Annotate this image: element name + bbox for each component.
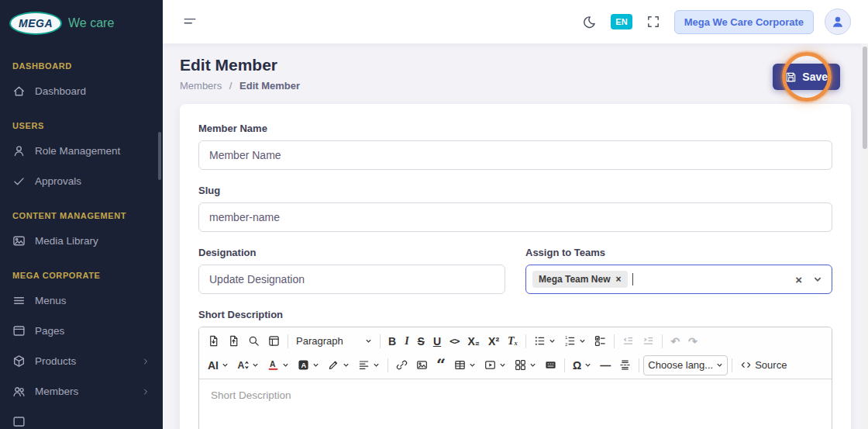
- sidebar-item-approvals[interactable]: Approvals: [0, 166, 163, 196]
- horizontal-line-button[interactable]: —: [596, 355, 615, 375]
- underline-button[interactable]: U: [429, 330, 445, 351]
- sidebar-item-partial[interactable]: [0, 407, 163, 429]
- doc-export-icon: [208, 335, 219, 347]
- language-dropdown[interactable]: Choose lang...: [643, 355, 728, 375]
- slug-field: Slug: [198, 185, 832, 232]
- source-icon: [740, 359, 752, 371]
- home-icon: [12, 85, 26, 98]
- language-badge[interactable]: EN: [611, 14, 632, 29]
- insert-template-button[interactable]: [264, 330, 284, 351]
- undo-button[interactable]: ↶: [666, 330, 684, 351]
- font-bg-icon: A: [298, 359, 309, 371]
- edit-member-form-card: Member Name Slug Designation Assign to T…: [180, 104, 851, 429]
- toolbar-separator: [525, 334, 526, 348]
- font-background-dropdown[interactable]: A: [294, 355, 323, 375]
- superscript-button[interactable]: X²: [484, 330, 503, 351]
- highlight-dropdown[interactable]: [324, 355, 353, 375]
- sidebar-item-media-library[interactable]: Media Library: [0, 226, 163, 256]
- font-color-icon: A: [267, 359, 279, 371]
- designation-input[interactable]: [198, 265, 505, 294]
- sidebar-scrollbar[interactable]: [158, 132, 161, 180]
- html-embed-button[interactable]: [541, 355, 560, 375]
- sidebar-item-label: Media Library: [35, 235, 98, 247]
- svg-text:A: A: [237, 360, 244, 371]
- link-button[interactable]: [392, 355, 412, 375]
- toolbar-separator: [732, 358, 732, 372]
- ai-commands-dropdown[interactable]: AI: [204, 355, 232, 375]
- sidebar-item-members[interactable]: Members: [0, 376, 163, 407]
- sidebar-item-dashboard[interactable]: Dashboard: [0, 76, 163, 106]
- insert-image-button[interactable]: [412, 355, 432, 375]
- logo-text: MEGA: [19, 17, 53, 29]
- numbered-list-dropdown[interactable]: 12: [560, 330, 590, 351]
- todo-list-button[interactable]: [591, 330, 610, 351]
- sidebar-item-label: Pages: [35, 325, 64, 337]
- export-pdf-button[interactable]: [204, 330, 223, 351]
- menu-toggle-button[interactable]: [180, 12, 200, 32]
- sidebar-item-menus[interactable]: Menus: [0, 285, 163, 316]
- member-name-input[interactable]: [198, 140, 832, 170]
- bold-button[interactable]: B: [384, 330, 400, 351]
- bulleted-list-dropdown[interactable]: [530, 330, 560, 351]
- indent-button[interactable]: [639, 330, 658, 351]
- insert-media-dropdown[interactable]: [480, 355, 510, 375]
- chevron-down-icon: [365, 337, 372, 344]
- svg-text:A: A: [270, 360, 276, 368]
- font-size-dropdown[interactable]: A: [233, 355, 263, 375]
- save-button-wrap: Save: [773, 64, 840, 90]
- page-scrollbar[interactable]: [861, 43, 868, 429]
- code-button[interactable]: <>: [446, 330, 463, 351]
- brand-logo[interactable]: MEGA We care: [0, 0, 163, 47]
- remove-team-icon[interactable]: ×: [615, 274, 621, 285]
- export-word-button[interactable]: [224, 330, 243, 351]
- sidebar-section-dashboard: DASHBOARD: [0, 47, 163, 76]
- fullscreen-icon: [646, 15, 660, 29]
- block-quote-button[interactable]: “: [432, 355, 450, 375]
- editor-content[interactable]: Short Description: [199, 379, 832, 429]
- member-name-field: Member Name: [198, 123, 832, 170]
- dark-mode-toggle[interactable]: [580, 12, 600, 32]
- sidebar-section-users: USERS: [0, 106, 163, 136]
- list-number-icon: 12: [564, 335, 576, 347]
- editor-placeholder: Short Description: [211, 389, 291, 401]
- redo-button[interactable]: ↷: [684, 330, 701, 351]
- slug-input[interactable]: [198, 202, 832, 232]
- sidebar-item-pages[interactable]: Pages: [0, 316, 163, 346]
- save-button[interactable]: Save: [773, 64, 840, 90]
- short-description-label: Short Description: [198, 309, 832, 320]
- breadcrumb-separator: /: [229, 80, 232, 92]
- strikethrough-button[interactable]: S: [414, 330, 429, 351]
- check-icon: [12, 175, 26, 188]
- paragraph-dropdown[interactable]: Paragraph: [292, 330, 376, 351]
- rich-text-editor: ParagraphBISU<>X₂X²Tₓ12↶↷AIAAA“Ω—Choose …: [198, 327, 832, 429]
- toolbar-separator: [288, 334, 288, 348]
- workspace-button[interactable]: Mega We Care Corporate: [674, 10, 814, 34]
- sidebar-item-role-management[interactable]: Role Management: [0, 136, 163, 166]
- teams-multiselect[interactable]: Mega Team New × ×: [525, 265, 832, 294]
- outdent-button[interactable]: [618, 330, 638, 351]
- insert-widget-dropdown[interactable]: [511, 355, 540, 375]
- special-characters-dropdown[interactable]: Ω: [569, 355, 595, 375]
- sidebar-item-label: Menus: [35, 295, 67, 306]
- chevron-down-icon: [373, 362, 380, 368]
- teams-dropdown-chevron-icon[interactable]: [813, 275, 822, 284]
- chevron-down-icon: [222, 362, 229, 368]
- sidebar-item-products[interactable]: Products: [0, 346, 163, 376]
- member-name-label: Member Name: [198, 123, 832, 134]
- source-button[interactable]: Source: [736, 355, 790, 375]
- remove-format-button[interactable]: Tₓ: [504, 330, 522, 351]
- find-replace-button[interactable]: [244, 330, 264, 351]
- avatar-button[interactable]: [825, 9, 851, 35]
- fullscreen-button[interactable]: [643, 12, 663, 32]
- breadcrumb-current: Edit Member: [239, 80, 300, 92]
- page-break-button[interactable]: [615, 355, 635, 375]
- breadcrumb-parent[interactable]: Members: [180, 80, 222, 92]
- font-size-icon: A: [237, 359, 249, 371]
- page-scrollbar-thumb[interactable]: [863, 47, 867, 149]
- clear-teams-icon[interactable]: ×: [795, 273, 802, 286]
- font-color-dropdown[interactable]: A: [264, 355, 293, 375]
- text-alignment-dropdown[interactable]: [354, 355, 384, 375]
- subscript-button[interactable]: X₂: [464, 330, 484, 351]
- insert-table-dropdown[interactable]: [450, 355, 480, 375]
- italic-button[interactable]: I: [401, 330, 412, 351]
